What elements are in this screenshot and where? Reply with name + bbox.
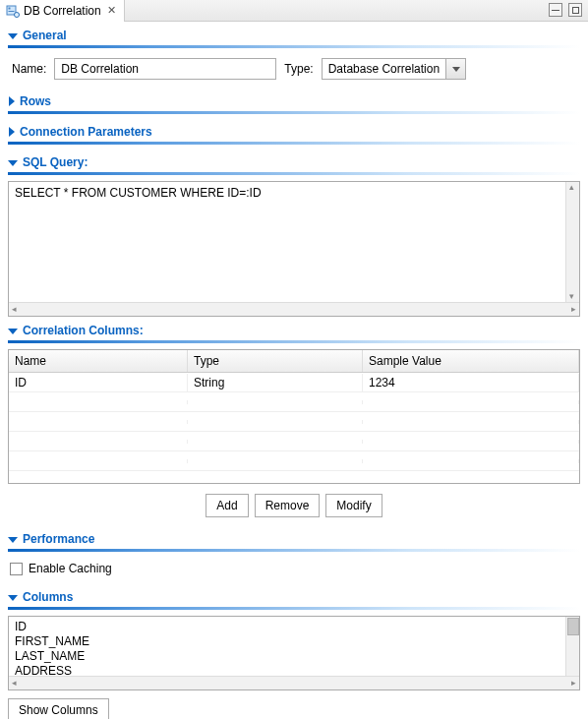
chevron-down-icon bbox=[8, 33, 18, 39]
section-title: SQL Query: bbox=[23, 155, 88, 169]
enable-caching-label: Enable Caching bbox=[29, 562, 112, 575]
editor-tab[interactable]: DB Correlation ✕ bbox=[0, 0, 125, 22]
table-header: Name Type Sample Value bbox=[9, 350, 579, 373]
cell-name: ID bbox=[9, 374, 188, 391]
type-label: Type: bbox=[284, 62, 313, 76]
table-row[interactable] bbox=[9, 412, 579, 432]
horizontal-scrollbar[interactable]: ◂ ▸ bbox=[9, 302, 579, 316]
remove-button[interactable]: Remove bbox=[255, 494, 321, 517]
columns-list[interactable]: ID FIRST_NAME LAST_NAME ADDRESS bbox=[9, 617, 565, 676]
cell-type: String bbox=[188, 374, 363, 391]
editor-tab-bar: DB Correlation ✕ bbox=[0, 0, 588, 22]
cell-sample: 1234 bbox=[363, 374, 579, 391]
column-header-sample[interactable]: Sample Value bbox=[363, 350, 579, 372]
tab-title: DB Correlation bbox=[24, 4, 101, 18]
chevron-down-icon bbox=[8, 537, 18, 543]
section-title: General bbox=[23, 29, 67, 42]
enable-caching-row: Enable Caching bbox=[8, 558, 580, 585]
close-tab-icon[interactable]: ✕ bbox=[105, 4, 118, 17]
list-item[interactable]: ID bbox=[15, 620, 559, 634]
correlation-columns-table: Name Type Sample Value ID String 1234 bbox=[8, 349, 580, 484]
section-header-correlation[interactable]: Correlation Columns: bbox=[8, 319, 580, 340]
chevron-down-icon bbox=[445, 59, 465, 79]
chevron-down-icon bbox=[8, 160, 18, 166]
scroll-right-arrow-icon[interactable]: ▸ bbox=[568, 678, 579, 689]
list-item[interactable]: ADDRESS bbox=[15, 664, 559, 676]
section-title: Rows bbox=[20, 94, 51, 108]
scroll-left-arrow-icon[interactable]: ◂ bbox=[9, 304, 20, 315]
add-button[interactable]: Add bbox=[206, 494, 248, 517]
sql-query-editor[interactable]: SELECT * FROM CUSTOMER WHERE ID=:ID ▴ ▾ … bbox=[8, 181, 580, 317]
name-label: Name: bbox=[12, 62, 46, 76]
section-header-performance[interactable]: Performance bbox=[8, 527, 580, 549]
section-title: Connection Parameters bbox=[20, 125, 152, 139]
table-row[interactable] bbox=[9, 432, 579, 451]
list-item[interactable]: LAST_NAME bbox=[15, 649, 559, 664]
modify-button[interactable]: Modify bbox=[325, 494, 382, 517]
show-columns-button[interactable]: Show Columns bbox=[8, 698, 109, 719]
svg-point-3 bbox=[15, 12, 20, 17]
column-header-name[interactable]: Name bbox=[9, 350, 188, 372]
section-header-rows[interactable]: Rows bbox=[8, 90, 580, 111]
section-divider bbox=[8, 340, 580, 343]
section-header-connection[interactable]: Connection Parameters bbox=[8, 120, 580, 142]
section-title: Columns bbox=[23, 590, 73, 604]
section-title: Correlation Columns: bbox=[23, 324, 144, 337]
section-divider bbox=[8, 142, 580, 145]
type-select-value: Database Correlation bbox=[328, 62, 440, 76]
list-item[interactable]: FIRST_NAME bbox=[15, 634, 559, 649]
table-row[interactable] bbox=[9, 392, 579, 412]
sql-query-text[interactable]: SELECT * FROM CUSTOMER WHERE ID=:ID bbox=[9, 182, 565, 302]
scroll-thumb[interactable] bbox=[567, 618, 579, 635]
chevron-down-icon bbox=[8, 329, 18, 334]
svg-rect-1 bbox=[9, 7, 11, 9]
section-header-columns[interactable]: Columns bbox=[8, 585, 580, 607]
general-form-row: Name: Type: Database Correlation bbox=[8, 54, 580, 90]
svg-rect-2 bbox=[9, 11, 15, 12]
maximize-view-icon[interactable] bbox=[568, 3, 582, 17]
minimize-view-icon[interactable] bbox=[549, 3, 562, 17]
section-title: Performance bbox=[23, 532, 94, 546]
columns-list-box: ID FIRST_NAME LAST_NAME ADDRESS ◂ ▸ bbox=[8, 616, 580, 690]
table-row[interactable] bbox=[9, 451, 579, 471]
scroll-down-arrow-icon[interactable]: ▾ bbox=[566, 291, 579, 302]
horizontal-scrollbar[interactable]: ◂ ▸ bbox=[9, 676, 579, 689]
db-correlation-file-icon bbox=[6, 4, 20, 18]
scroll-right-arrow-icon[interactable]: ▸ bbox=[568, 304, 579, 315]
section-divider bbox=[8, 549, 580, 552]
correlation-buttons: Add Remove Modify bbox=[8, 490, 580, 527]
section-divider bbox=[8, 45, 580, 48]
name-input[interactable] bbox=[54, 58, 276, 80]
table-row[interactable]: ID String 1234 bbox=[9, 373, 579, 392]
table-body: ID String 1234 bbox=[9, 373, 579, 483]
scroll-left-arrow-icon[interactable]: ◂ bbox=[9, 678, 20, 689]
type-select[interactable]: Database Correlation bbox=[322, 58, 466, 80]
section-header-sql[interactable]: SQL Query: bbox=[8, 150, 580, 172]
vertical-scrollbar[interactable] bbox=[565, 617, 579, 676]
section-divider bbox=[8, 111, 580, 114]
chevron-right-icon bbox=[9, 127, 15, 137]
vertical-scrollbar[interactable]: ▴ ▾ bbox=[565, 182, 579, 302]
column-header-type[interactable]: Type bbox=[188, 350, 363, 372]
chevron-right-icon bbox=[9, 96, 15, 106]
enable-caching-checkbox[interactable] bbox=[10, 563, 23, 575]
section-divider bbox=[8, 172, 580, 175]
section-divider bbox=[8, 607, 580, 610]
chevron-down-icon bbox=[8, 595, 18, 601]
scroll-up-arrow-icon[interactable]: ▴ bbox=[566, 182, 579, 193]
section-header-general[interactable]: General bbox=[8, 24, 580, 45]
